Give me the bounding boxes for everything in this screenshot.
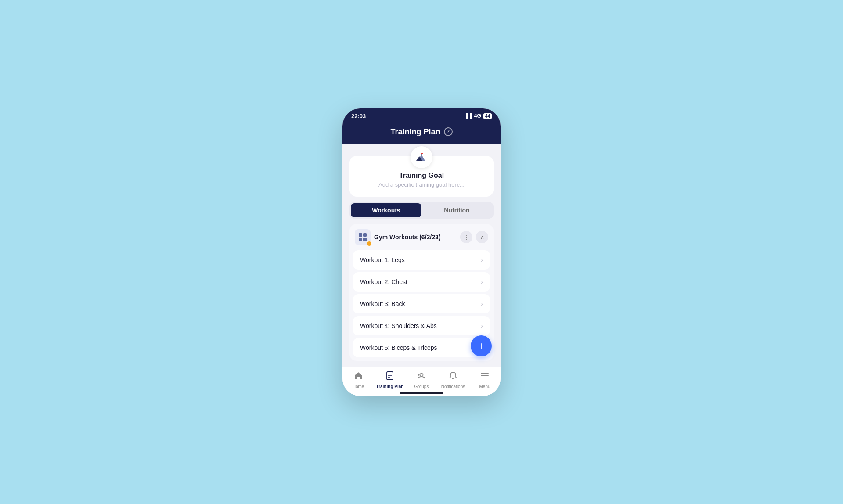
chevron-right-icon: › (481, 278, 483, 285)
svg-rect-4 (359, 233, 362, 237)
svg-point-12 (420, 373, 423, 376)
nav-label-menu: Menu (479, 384, 490, 389)
groups-icon (417, 371, 426, 383)
workout-item-name: Workout 1: Legs (360, 256, 405, 263)
training-goal-card[interactable]: Training Goal Add a specific training go… (349, 156, 494, 197)
nav-label-training-plan: Training Plan (376, 384, 404, 389)
workout-item[interactable]: Workout 1: Legs › (353, 250, 490, 270)
nav-item-training-plan[interactable]: Training Plan (374, 371, 406, 389)
nav-label-notifications: Notifications (441, 384, 465, 389)
group-name: Gym Workouts (6/2/23) (374, 234, 457, 241)
svg-rect-7 (363, 238, 367, 241)
nav-label-groups: Groups (414, 384, 429, 389)
app-header: Training Plan ? (342, 123, 501, 144)
nav-item-groups[interactable]: Groups (406, 371, 437, 389)
nav-item-notifications[interactable]: Notifications (437, 371, 469, 389)
workout-item[interactable]: Workout 5: Biceps & Triceps › (353, 338, 490, 357)
gym-workouts-icon (358, 232, 367, 242)
svg-rect-5 (363, 233, 367, 237)
workout-item-name: Workout 5: Biceps & Triceps (360, 344, 437, 351)
mountain-goal-icon (415, 151, 428, 163)
page-title: Training Plan (390, 127, 440, 137)
workout-item-name: Workout 3: Back (360, 300, 405, 307)
signal-bars-icon: ▐▐ (465, 113, 472, 119)
tab-workouts[interactable]: Workouts (351, 203, 422, 217)
workout-item-name: Workout 4: Shoulders & Abs (360, 322, 437, 329)
home-indicator (400, 392, 443, 394)
workout-item-name: Workout 2: Chest (360, 278, 407, 285)
tab-bar: Workouts Nutrition (349, 202, 494, 219)
svg-marker-3 (422, 153, 423, 154)
chevron-right-icon: › (481, 300, 483, 307)
group-badge (367, 241, 372, 246)
workout-item[interactable]: Workout 4: Shoulders & Abs › (353, 316, 490, 335)
chevron-right-icon: › (481, 256, 483, 263)
phone-frame: 22:03 ▐▐ 4G 44 Training Plan ? (342, 108, 501, 396)
network-type: 4G (474, 113, 481, 119)
notifications-icon (448, 371, 458, 383)
home-icon (353, 371, 363, 383)
main-content: Training Goal Add a specific training go… (342, 144, 501, 396)
menu-icon (480, 371, 490, 383)
goal-icon-wrapper (411, 146, 432, 168)
group-icon (355, 229, 371, 245)
group-header: Gym Workouts (6/2/23) ⋮ ∧ (349, 224, 494, 250)
battery-icon: 44 (483, 113, 492, 119)
nav-label-home: Home (353, 384, 364, 389)
group-actions: ⋮ ∧ (460, 231, 488, 243)
chevron-right-icon: › (481, 322, 483, 329)
status-bar: 22:03 ▐▐ 4G 44 (342, 108, 501, 123)
training-goal-placeholder: Add a specific training goal here... (357, 181, 486, 188)
nav-item-menu[interactable]: Menu (469, 371, 501, 389)
training-goal-title: Training Goal (357, 172, 486, 180)
training-plan-icon (385, 371, 395, 383)
workout-item[interactable]: Workout 3: Back › (353, 294, 490, 313)
group-collapse-button[interactable]: ∧ (476, 231, 488, 243)
help-button[interactable]: ? (444, 127, 453, 136)
nav-item-home[interactable]: Home (342, 371, 374, 389)
status-time: 22:03 (351, 113, 366, 119)
svg-rect-6 (359, 238, 362, 241)
bottom-navigation: Home Training Plan (342, 367, 501, 396)
add-workout-fab[interactable]: + (471, 335, 492, 356)
tab-nutrition[interactable]: Nutrition (422, 203, 492, 217)
group-more-button[interactable]: ⋮ (460, 231, 472, 243)
workout-item[interactable]: Workout 2: Chest › (353, 272, 490, 292)
